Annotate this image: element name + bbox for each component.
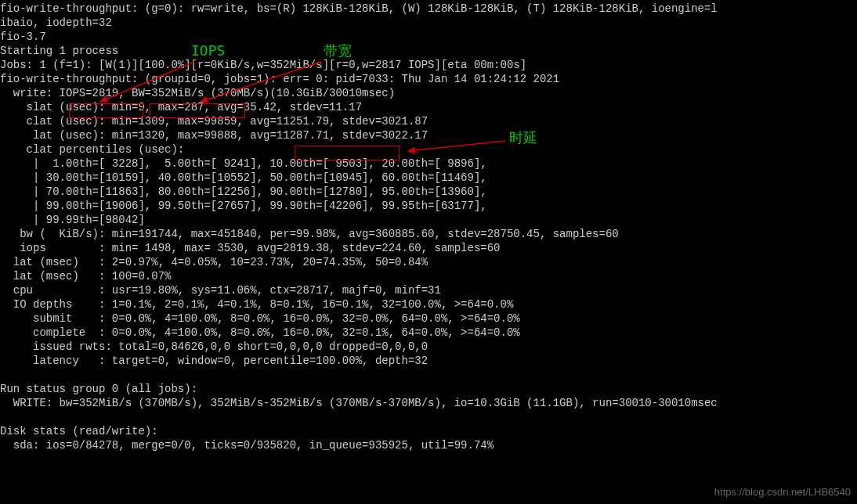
arrow-bandwidth [194, 60, 327, 107]
arrow-latency [403, 139, 509, 154]
svg-line-0 [100, 62, 194, 102]
svg-line-1 [201, 62, 321, 102]
arrow-iops [94, 60, 196, 107]
svg-line-2 [408, 141, 505, 151]
watermark: https://blog.csdn.net/LHB6540 [714, 485, 851, 499]
